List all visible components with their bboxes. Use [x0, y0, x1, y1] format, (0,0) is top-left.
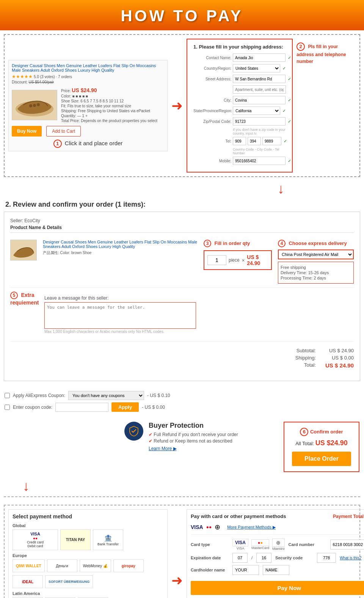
card-type-label: Card type — [191, 542, 229, 547]
qty-input[interactable] — [207, 255, 226, 265]
pm-sofort[interactable]: SOFORT ÜBERWEISUNG — [45, 575, 93, 588]
arrow-right-icon: ➜ — [171, 98, 183, 114]
learn-more-link[interactable]: Learn More ▶ — [149, 446, 177, 451]
pm-webmoney[interactable]: WebMoney 💰 — [80, 559, 111, 572]
exp-slash: / — [251, 556, 253, 560]
card-number-input[interactable] — [330, 540, 364, 549]
card-form: Card type VISA VISA ●● MasterCard ⊕ Maes… — [191, 538, 364, 575]
section3-divider — [4, 496, 360, 497]
col-header: Product Name & Details — [10, 225, 354, 233]
order-product-info: Designer Causal Shoes Men Genuine Leathe… — [43, 240, 198, 256]
shield-icon — [124, 422, 143, 441]
msg-textarea[interactable] — [44, 302, 196, 329]
zip-input[interactable] — [233, 117, 286, 126]
check-icon3: ✓ — [288, 77, 291, 82]
place-order-button[interactable]: Place Order — [292, 452, 351, 466]
exp-month-input[interactable] — [232, 553, 248, 563]
payment-left: Select payment method Global VISA ●● Cre… — [8, 509, 168, 598]
payment-left-title: Select payment method — [13, 513, 163, 520]
coupon-code-checkbox[interactable] — [5, 405, 10, 410]
dengi-text: Деньги — [56, 564, 68, 568]
shipping-form-title: 1. Please fill in your shipping address: — [193, 44, 286, 50]
cardholder-first-input[interactable] — [232, 565, 259, 575]
product-mockup: Designer Causal Shoes Men Genuine Leathe… — [8, 60, 168, 151]
payment-right: Pay with card or other payment methods P… — [187, 509, 364, 598]
what-is-link[interactable]: What is this? — [340, 556, 361, 560]
product-reviews: 5.0 (3 votes) · 7 orders — [34, 75, 72, 79]
section3-payment: Select payment method Global VISA ●● Cre… — [4, 505, 360, 598]
tel-city-input[interactable] — [248, 137, 261, 145]
more-methods-link[interactable]: More Payment Methods ▶ — [227, 525, 276, 530]
buy-now-button[interactable]: Buy Now — [12, 126, 42, 137]
shipping-method-label: Choose express delivery — [289, 240, 347, 246]
pm-bank[interactable]: 🏦 Bank Transfer — [93, 529, 123, 550]
apply-button[interactable]: Apply — [111, 402, 139, 412]
bank-label: Bank Transfer — [97, 542, 119, 546]
extra-section: 5 Extra requiement Leave a message for t… — [10, 292, 354, 337]
mc-type-logo: ●● — [251, 539, 269, 546]
cardholder-row: Cardholder name — [191, 565, 364, 575]
confirm-label: Confirm order — [310, 429, 343, 435]
cardholder-last-input[interactable] — [263, 565, 289, 575]
order-product-title: Designer Causal Shoes Men Genuine Leathe… — [43, 240, 198, 249]
total-value: US $ 24.90 — [323, 362, 354, 369]
multiply-sign: × — [242, 257, 245, 263]
ideal-text: iDEAL — [22, 580, 33, 584]
check-icon7: ✓ — [284, 139, 287, 144]
pm-titan[interactable]: TITAN PAY — [60, 529, 91, 550]
sizes: 6 6.5 7 7.5 8 8.5 10 11 12 — [80, 99, 124, 103]
zip-label: Zip/Postal Code: — [193, 119, 231, 124]
exp-row: Expiration date / Security code What is … — [191, 553, 364, 563]
order-totals: Subtotal: US $ 24.90 Shipping: US $ 0.00… — [10, 341, 354, 375]
shipping-method-select[interactable]: China Post Registered Air Mail — [278, 250, 354, 259]
pay-now-button[interactable]: Pay Now — [191, 581, 364, 595]
europe-label: Europe — [13, 553, 163, 558]
exp-year-input[interactable] — [256, 553, 271, 563]
qty-label: Fill in order qty — [214, 240, 250, 246]
aliexpress-coupon-checkbox[interactable] — [5, 393, 10, 398]
pay-total: Payment Total US $ 24.90 — [333, 514, 364, 519]
coupon-code-input[interactable] — [55, 403, 108, 412]
mc-text: ●● — [33, 536, 38, 540]
protection-text: Buyer Protection ✔ Full Refund if you do… — [149, 422, 238, 452]
street2-input[interactable] — [233, 85, 286, 94]
all-total-price: US $24.90 — [315, 439, 348, 447]
bank-icon: 🏦 — [104, 534, 112, 542]
visa-type: VISA VISA — [232, 539, 248, 550]
aliexpress-coupon-label: Apply AliExpress Coupon: — [13, 393, 65, 398]
pm-qiwi[interactable]: QIWI WALLET — [13, 559, 45, 572]
aliexpress-coupon-select[interactable]: You don't have any coupons — [68, 391, 144, 400]
refund1: ✔ Full Refund if you don't receive your … — [149, 432, 238, 437]
cvv-input[interactable] — [317, 553, 336, 563]
shipping-cost-label: Shipping: — [286, 355, 316, 361]
mobile-input[interactable] — [233, 157, 286, 165]
street-input[interactable] — [233, 75, 286, 83]
total-label: Total: — [286, 362, 316, 369]
pay-header: Pay with card or other payment methods P… — [191, 513, 364, 519]
pm-giropay[interactable]: giropay — [113, 559, 144, 572]
pm-dengi[interactable]: Деньги — [47, 559, 77, 572]
msg-header-text: Leave a message for this seller: — [44, 295, 108, 301]
pm-visa[interactable]: VISA ●● Credit cardDebit card — [13, 529, 58, 550]
svg-point-3 — [29, 104, 32, 107]
tel-num-input[interactable] — [262, 137, 281, 145]
contact-name-input[interactable] — [233, 53, 286, 62]
message-section: Leave a message for this seller: Max 1,0… — [44, 292, 354, 337]
order-product-attr: 产品属性: Color: brown Shoe — [43, 250, 198, 256]
check-icon4: ✓ — [288, 98, 291, 103]
state-select[interactable]: California — [233, 107, 280, 115]
confirm-box: 6 Confirm order All Total: US $24.90 Pla… — [284, 422, 359, 472]
subtotal-label: Subtotal: — [286, 348, 316, 353]
arrow-down-payment-icon: ↓ — [23, 478, 30, 494]
shipping-detail: Free shipping Delivery Time: 15-26 days … — [278, 262, 354, 284]
city-input[interactable] — [233, 96, 286, 104]
state-label: State/Province/Region: — [193, 109, 231, 113]
pm-ideal[interactable]: iDEAL — [13, 575, 43, 588]
step4-circle: 4 — [278, 240, 286, 247]
total-row: Total: US $ 24.90 — [10, 362, 354, 369]
all-total-row: All Total: US $24.90 — [292, 439, 351, 447]
add-to-cart-button[interactable]: Add to Cart — [46, 126, 81, 137]
tel-label: Tel: — [193, 139, 231, 143]
country-select[interactable]: United States — [233, 64, 280, 72]
tel-country-input[interactable] — [233, 137, 246, 145]
